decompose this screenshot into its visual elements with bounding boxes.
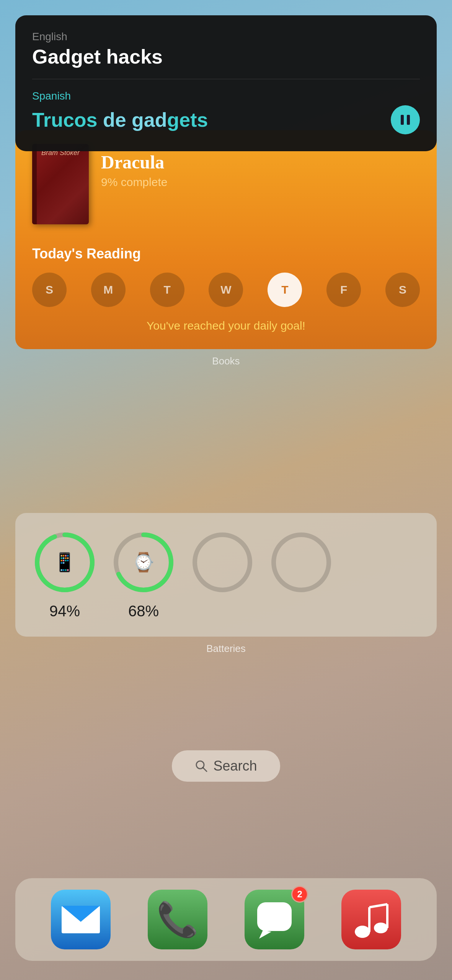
translation-source-language: English <box>32 31 420 43</box>
batteries-widget-container: 📱 94% ⌚ 68% <box>15 513 437 655</box>
translation-target-language: Spanish <box>32 90 420 102</box>
translation-widget: English Gadget hacks Spanish Trucos de g… <box>15 15 437 151</box>
pause-icon <box>401 115 410 125</box>
mail-icon <box>62 906 100 933</box>
svg-point-11 <box>355 926 370 938</box>
day-saturday: S <box>385 273 420 307</box>
day-thursday-active: T <box>268 273 302 307</box>
books-reading-section: Today's Reading S M T W T F S You've rea… <box>15 235 437 349</box>
days-row: S M T W T F S <box>32 273 420 307</box>
target-text-highlight: de gad <box>103 109 167 131</box>
dock-app-phone[interactable]: 📞 <box>148 890 207 949</box>
svg-point-4 <box>195 535 250 590</box>
books-widget[interactable]: Bram Stoker Dracula 9% complete Today's … <box>15 130 437 349</box>
svg-line-15 <box>369 904 387 907</box>
messages-icon <box>255 900 294 939</box>
battery-item-empty-2 <box>269 530 334 620</box>
search-icon <box>195 760 208 773</box>
translation-target-row: Trucos de gadgets <box>32 105 420 134</box>
dock: 📞 2 <box>15 878 437 961</box>
pause-bar-left <box>401 115 404 125</box>
watch-battery-percent: 68% <box>128 603 159 620</box>
books-widget-container: Bram Stoker Dracula 9% complete Today's … <box>15 130 437 367</box>
svg-line-7 <box>203 768 207 771</box>
books-reading-title: Today's Reading <box>32 246 420 262</box>
dock-app-music[interactable] <box>341 890 401 949</box>
battery-item-phone: 📱 94% <box>32 530 97 620</box>
battery-ring-empty-1 <box>190 530 255 595</box>
book-title: Dracula <box>101 152 167 173</box>
day-wednesday: W <box>209 273 243 307</box>
translation-divider <box>32 79 420 79</box>
messages-badge: 2 <box>291 886 308 903</box>
daily-goal-text: You've reached your daily goal! <box>32 319 420 332</box>
phone-icon: 📞 <box>157 900 199 939</box>
day-sunday: S <box>32 273 67 307</box>
target-text-part2: gets <box>167 109 208 131</box>
translation-target-text: Trucos de gadgets <box>32 108 383 131</box>
watch-icon: ⌚ <box>132 552 155 573</box>
search-button[interactable]: Search <box>172 750 280 782</box>
svg-rect-9 <box>257 902 292 931</box>
svg-marker-10 <box>259 930 271 939</box>
svg-point-5 <box>274 535 329 590</box>
books-widget-label: Books <box>15 355 437 367</box>
dock-app-mail[interactable] <box>51 890 111 949</box>
batteries-grid: 📱 94% ⌚ 68% <box>32 530 420 620</box>
dock-app-messages[interactable]: 2 <box>245 890 304 949</box>
music-icon <box>354 900 388 939</box>
search-label: Search <box>213 758 257 774</box>
battery-item-watch: ⌚ 68% <box>111 530 176 620</box>
pause-button[interactable] <box>391 105 420 134</box>
book-cover: Bram Stoker <box>32 144 89 224</box>
battery-ring-empty-2 <box>269 530 334 595</box>
book-progress: 9% complete <box>101 176 167 189</box>
translation-source-text: Gadget hacks <box>32 45 420 68</box>
phone-icon: 📱 <box>53 552 76 573</box>
pause-bar-right <box>407 115 410 125</box>
day-monday: M <box>91 273 126 307</box>
svg-point-12 <box>374 923 388 933</box>
battery-item-empty-1 <box>190 530 255 620</box>
target-text-part1: Trucos <box>32 109 103 131</box>
batteries-widget[interactable]: 📱 94% ⌚ 68% <box>15 513 437 637</box>
search-button-container: Search <box>0 750 452 782</box>
battery-ring-watch: ⌚ <box>111 530 176 595</box>
day-tuesday: T <box>150 273 184 307</box>
phone-battery-percent: 94% <box>49 603 80 620</box>
day-friday: F <box>326 273 361 307</box>
batteries-widget-label: Batteries <box>15 643 437 655</box>
battery-ring-phone: 📱 <box>32 530 97 595</box>
